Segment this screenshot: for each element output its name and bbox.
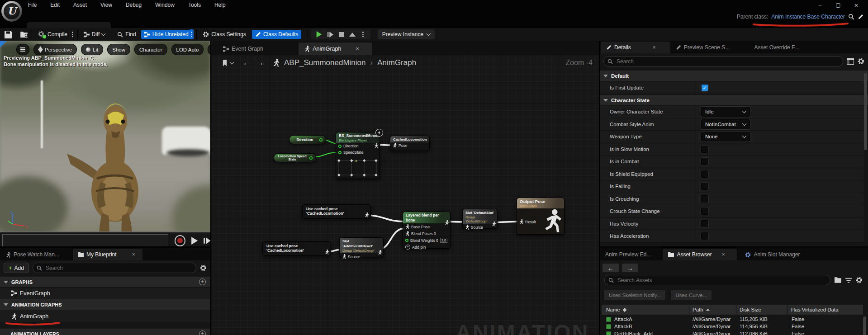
property-row[interactable]: Is Falling [600, 180, 864, 193]
use-cached-2-output-pin[interactable] [325, 250, 329, 255]
my-blueprint-tab-close-icon[interactable]: × [132, 251, 135, 258]
use-cached-1-output-pin[interactable] [365, 212, 369, 217]
column-header-path[interactable]: Path [689, 307, 736, 312]
menu-asset[interactable]: Asset [71, 2, 89, 8]
class-defaults-button[interactable]: Class Defaults [252, 30, 301, 39]
tab-preview-scene-settings[interactable]: Preview Scene S... [670, 42, 735, 53]
is-first-update-checkbox[interactable]: ✓ [701, 84, 708, 91]
add-graph-icon[interactable]: + [199, 278, 206, 285]
tab-my-blueprint[interactable]: My Blueprint × [73, 249, 142, 260]
details-tab-close-icon[interactable]: × [653, 44, 656, 51]
property-row[interactable]: Has Velocity [600, 218, 864, 231]
asset-settings-gear-icon[interactable] [856, 277, 863, 283]
parent-class-link[interactable]: Anim Instance Base Character [771, 14, 845, 20]
output-pose-result-pin[interactable] [519, 219, 523, 224]
details-settings-gear-icon[interactable] [858, 58, 864, 65]
checkbox[interactable] [701, 158, 708, 165]
details-scrollbar[interactable] [864, 73, 867, 150]
column-header-has-virtualized-data[interactable]: Has Virtualized Data [788, 307, 863, 312]
my-blueprint-search-input[interactable] [45, 264, 192, 272]
property-row[interactable]: Weapon TypeNone [600, 131, 864, 143]
tab-details[interactable]: Details × [601, 42, 670, 53]
timeline-scrub-area[interactable] [2, 234, 168, 247]
lod-auto-dropdown[interactable]: LOD Auto [171, 44, 204, 55]
filter-icon[interactable] [845, 278, 852, 283]
details-search[interactable] [603, 56, 843, 66]
checkbox[interactable] [701, 195, 708, 203]
class-settings-button[interactable]: Class Settings [199, 30, 249, 39]
node-locomotion-speed-getter[interactable]: Locomotion Speed State [274, 153, 316, 162]
locomotion-output-pin[interactable] [309, 156, 313, 160]
preview-viewport[interactable]: Perspective Lit Show Character LOD Auto … [0, 41, 210, 231]
property-row[interactable]: Is in Slow Motion [600, 143, 864, 156]
transport-step-forward-icon[interactable] [204, 237, 210, 244]
menu-edit[interactable]: Edit [48, 2, 62, 8]
divider[interactable] [210, 41, 211, 335]
table-row[interactable]: AttackB/All/Game/Dynar114,956 KiBFalse [602, 323, 863, 330]
menu-window[interactable]: Window [153, 2, 176, 8]
direction-output-pin[interactable] [319, 138, 323, 142]
layered-blend-poses-pin[interactable] [405, 231, 409, 236]
table-row[interactable]: AttackA/All/Game/Dynar115,205 KiBFalse [602, 316, 863, 323]
tab-pose-watch-manager[interactable]: Pose Watch Man... [0, 249, 65, 260]
compile-button[interactable]: Compile [35, 29, 71, 39]
node-output-pose[interactable]: Output Pose AnimGraph Result [517, 198, 564, 235]
section-animation-layers[interactable]: ANIMATION LAYERS + [0, 329, 210, 335]
node-slot-additive-hitreact[interactable]: Slot 'AdditiveHitReact' Group 'DefaultGr… [339, 237, 384, 257]
asset-search-input[interactable] [617, 277, 826, 284]
asset-search[interactable] [604, 275, 830, 285]
menu-file[interactable]: File [26, 2, 38, 8]
add-pin-icon[interactable]: + [405, 245, 410, 250]
bs-direction-pin[interactable] [338, 145, 342, 148]
slot-default-source-pin[interactable] [465, 225, 469, 230]
layered-base-pose-pin[interactable] [405, 224, 409, 229]
column-header-disk-size[interactable]: Disk Size [736, 307, 787, 312]
asset-browser-tab-close-icon[interactable]: × [722, 251, 725, 258]
my-blueprint-search[interactable] [33, 263, 196, 273]
node-use-cached-pose-2[interactable]: Use cached pose 'CachedLocomotion' [262, 241, 331, 256]
filter-uses-curve[interactable]: Uses Curve... [669, 290, 711, 300]
frame-skip-icon[interactable] [327, 32, 333, 38]
property-row[interactable]: Is Shield Equipped [600, 168, 864, 181]
property-row[interactable]: Has Acceleration [600, 230, 864, 243]
section-animation-graphs[interactable]: ANIMATION GRAPHS [0, 299, 210, 310]
property-row[interactable]: Crouch State Change [600, 205, 864, 218]
record-button[interactable] [175, 235, 185, 246]
node-bs-summonedminion[interactable]: BS_SummonedMinion Blendspace Player Dire… [336, 132, 380, 179]
filter-uses-skeleton-notify[interactable]: Uses Skeleton Notify... [603, 290, 665, 300]
add-button[interactable]: + Add [4, 263, 29, 273]
node-slot-defaultslot[interactable]: Slot 'DefaultSlot' Group 'DefaultGroup' … [462, 209, 498, 229]
cached-pose-pin[interactable] [393, 143, 397, 148]
hide-unrelated-button[interactable]: Hide Unrelated [141, 30, 192, 39]
slot-additive-source-pin[interactable] [342, 254, 346, 259]
tab-anim-slot-manager[interactable]: Anim Slot Manager [740, 249, 805, 260]
preview-instance-dropdown[interactable]: Preview Instance [378, 29, 435, 39]
node-direction-getter[interactable]: Direction [289, 135, 326, 144]
character-dropdown[interactable]: Character [134, 44, 167, 55]
checkbox[interactable] [701, 232, 708, 240]
bs-blendspace-grid[interactable]: × [337, 157, 378, 178]
property-row[interactable]: Owner Character StateIdle [600, 106, 864, 118]
menu-debug[interactable]: Debug [124, 2, 143, 8]
node-cached-locomotion[interactable]: CachedLocomotion Pose [390, 136, 430, 151]
node-layered-blend-per-bone[interactable]: Layered blend per bone Base Pose Blend P… [403, 212, 451, 249]
slot-default-output-pin[interactable] [492, 222, 496, 226]
layered-blend-weights-pin[interactable] [405, 239, 408, 242]
section-default[interactable]: Default [600, 71, 868, 81]
tab-asset-override-editor[interactable]: Asset Override E... [749, 42, 805, 53]
details-display-mode-icon[interactable] [847, 58, 854, 65]
diff-button[interactable]: Diff [81, 30, 109, 39]
dropdown[interactable]: Idle [701, 107, 750, 117]
asset-scrollbar[interactable] [863, 316, 866, 335]
browse-asset-icon[interactable] [20, 31, 29, 38]
perspective-dropdown[interactable]: Perspective [33, 44, 77, 55]
checkbox[interactable] [701, 220, 708, 227]
maximize-button[interactable]: ▢ [829, 2, 847, 8]
column-header-name[interactable]: Name [602, 307, 689, 312]
compile-options-icon[interactable] [71, 32, 75, 37]
menu-help[interactable]: Help [213, 2, 228, 8]
layered-output-pin[interactable] [445, 220, 449, 225]
stop-icon[interactable] [339, 32, 344, 37]
menu-view[interactable]: View [99, 2, 114, 8]
bs-speedstate-pin[interactable] [338, 151, 342, 154]
